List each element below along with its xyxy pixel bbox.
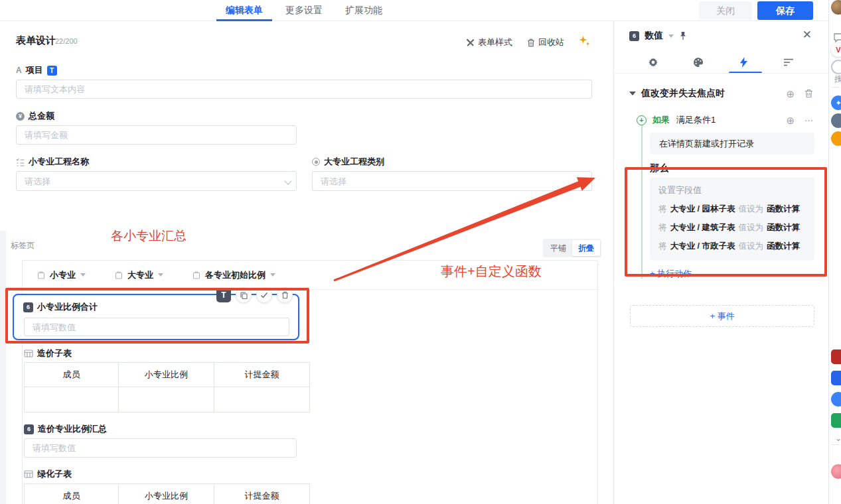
blue-square-app-icon[interactable] xyxy=(831,371,841,385)
table-cell[interactable] xyxy=(214,387,310,412)
project-input[interactable] xyxy=(16,80,592,99)
trigger-note-box[interactable]: 在详情页新建或打开记录 xyxy=(650,133,814,155)
add-branch-icon[interactable]: + xyxy=(637,115,647,125)
blue-star-app-icon[interactable]: ✦ xyxy=(831,95,841,110)
chevron-down-icon[interactable]: ⌄ xyxy=(831,431,841,446)
field-label-green-subtable: 绿化子表 xyxy=(24,469,72,479)
toggle-flat[interactable]: 平铺 xyxy=(544,240,572,256)
total-amount-input[interactable] xyxy=(16,125,297,145)
if-condition-row[interactable]: + 如果 满足条件1 ⊕ ⋯ xyxy=(637,114,814,126)
lightning-icon xyxy=(739,57,748,68)
tab-field-settings[interactable] xyxy=(639,57,668,68)
major-category-label: 大专业工程类别 xyxy=(324,156,384,168)
delete-field-button[interactable] xyxy=(277,287,293,303)
page-icon xyxy=(37,271,45,279)
close-button[interactable]: 关闭 xyxy=(699,1,752,20)
field-label-minor-ratio-sum: 6 小专业比例合计 xyxy=(23,302,98,312)
caret-down-icon[interactable] xyxy=(668,34,674,38)
tab-minor-major[interactable]: 小专业 xyxy=(37,269,86,281)
field-settings-panel: 6 数值 ✕ 值改变并失去焦点时 ⊕ + 如果 满足条件1 ⊕ xyxy=(613,21,828,504)
event-section-header[interactable]: 值改变并失去焦点时 ⊕ xyxy=(629,88,813,99)
field-action-cluster: T xyxy=(216,287,293,303)
tab-initial-ratio[interactable]: 各专业初始比例 xyxy=(192,269,275,281)
close-panel-icon[interactable]: ✕ xyxy=(803,29,812,40)
blue-circle-app-icon[interactable] xyxy=(831,392,841,407)
set-field-value-title: 设置字段值 xyxy=(658,184,806,196)
recycle-bin-button[interactable]: 回收站 xyxy=(527,36,564,48)
minor-ratio-sum-input[interactable] xyxy=(24,318,289,336)
event-section-icons: ⊕ xyxy=(786,89,813,99)
cost-ratio-sum-input[interactable] xyxy=(24,438,297,458)
ai-sparkle-icon[interactable] xyxy=(579,36,590,49)
action-field: 大专业 / 园林子表 xyxy=(670,204,735,215)
col-header: 小专业比例 xyxy=(119,484,214,504)
search-edge-label[interactable]: 搜 xyxy=(831,72,841,86)
palette-icon xyxy=(693,57,704,68)
slate-app-icon[interactable] xyxy=(831,113,841,128)
tab-field-permissions[interactable] xyxy=(774,58,803,67)
green-app-icon[interactable] xyxy=(831,413,841,428)
field-type-button[interactable]: T xyxy=(216,288,231,302)
edge-divider xyxy=(832,87,840,88)
minor-project-select-input[interactable] xyxy=(16,171,297,191)
set-field-action-row[interactable]: 将 大专业 / 市政子表 值设为 函数计算 xyxy=(658,241,806,252)
tab-label: 大专业 xyxy=(127,269,153,281)
panel-title: 数值 xyxy=(645,30,663,42)
col-header: 成员 xyxy=(25,363,119,387)
action-mid: 值设为 xyxy=(738,222,763,233)
major-category-select-input[interactable] xyxy=(312,171,592,191)
form-style-button[interactable]: 表单样式 xyxy=(466,36,512,48)
v-extension-icon[interactable]: V xyxy=(831,42,841,57)
add-condition-icon[interactable]: ⊕ xyxy=(786,89,795,99)
table-row[interactable] xyxy=(25,387,310,412)
add-action-link[interactable]: + 执行动作 xyxy=(650,268,692,280)
add-event-button[interactable]: + 事件 xyxy=(630,305,814,327)
more-options-icon[interactable]: ⋯ xyxy=(804,115,814,125)
tab-panel-tabs: 小专业 大专业 各专业初始比例 xyxy=(23,261,597,290)
browser-sidebar-strip: V 搜 ✦ ⌄ xyxy=(828,0,841,504)
caret-down-icon xyxy=(270,273,275,277)
pink-app-icon[interactable] xyxy=(831,464,841,479)
action-mid: 值设为 xyxy=(738,241,763,252)
set-field-action-row[interactable]: 将 大专业 / 园林子表 值设为 函数计算 xyxy=(658,204,806,215)
caret-down-icon xyxy=(158,273,163,277)
table-cell[interactable] xyxy=(25,387,119,412)
field-label-minor-project: 小专业工程名称 xyxy=(16,157,89,167)
tab-more-settings[interactable]: 更多设置 xyxy=(276,0,332,21)
confirm-button[interactable] xyxy=(256,287,272,303)
table-cell[interactable] xyxy=(119,387,214,412)
green-subtable[interactable]: 成员 小专业比例 计提金额 xyxy=(24,483,310,504)
condition-label[interactable]: 满足条件1 xyxy=(676,114,716,126)
trash-icon[interactable] xyxy=(804,89,813,98)
red-app-icon[interactable] xyxy=(831,349,841,364)
amount-field-icon: ¥ xyxy=(16,112,25,121)
tab-edit-form[interactable]: 编辑表单 xyxy=(216,0,272,21)
toggle-collapse[interactable]: 折叠 xyxy=(572,240,600,256)
action-prefix: 将 xyxy=(658,222,667,233)
save-button[interactable]: 保存 xyxy=(757,1,813,20)
pin-icon[interactable] xyxy=(679,31,687,40)
selected-field-card[interactable]: T 6 小专业比例合计 xyxy=(13,294,299,340)
copy-button[interactable] xyxy=(236,287,252,303)
tab-extensions[interactable]: 扩展功能 xyxy=(336,0,392,21)
collapse-caret-icon[interactable] xyxy=(629,92,636,95)
action-value: 函数计算 xyxy=(767,222,800,233)
action-prefix: 将 xyxy=(658,241,667,252)
orange-app-icon[interactable] xyxy=(831,131,841,146)
caret-down-icon xyxy=(80,273,86,277)
add-icon[interactable]: ⊕ xyxy=(786,115,795,125)
topbar-actions: 关闭 保存 xyxy=(699,1,813,20)
tab-major[interactable]: 大专业 xyxy=(115,269,163,281)
total-amount-label: 总金额 xyxy=(29,110,54,122)
action-field: 大专业 / 市政子表 xyxy=(670,241,735,252)
cost-subtable-label: 造价子表 xyxy=(37,347,72,359)
style-tools-icon xyxy=(466,38,475,47)
set-field-value-box[interactable]: 设置字段值 将 大专业 / 园林子表 值设为 函数计算 将 大专业 / 建筑子表… xyxy=(650,177,814,261)
tab-field-style[interactable] xyxy=(684,57,713,68)
user-avatar[interactable] xyxy=(831,0,841,15)
sort-lines-icon xyxy=(783,58,794,67)
col-header: 计提金额 xyxy=(214,484,310,504)
cost-subtable[interactable]: 成员 小专业比例 计提金额 xyxy=(24,362,310,412)
tab-field-events[interactable] xyxy=(729,57,758,68)
set-field-action-row[interactable]: 将 大专业 / 建筑子表 值设为 函数计算 xyxy=(658,222,806,233)
